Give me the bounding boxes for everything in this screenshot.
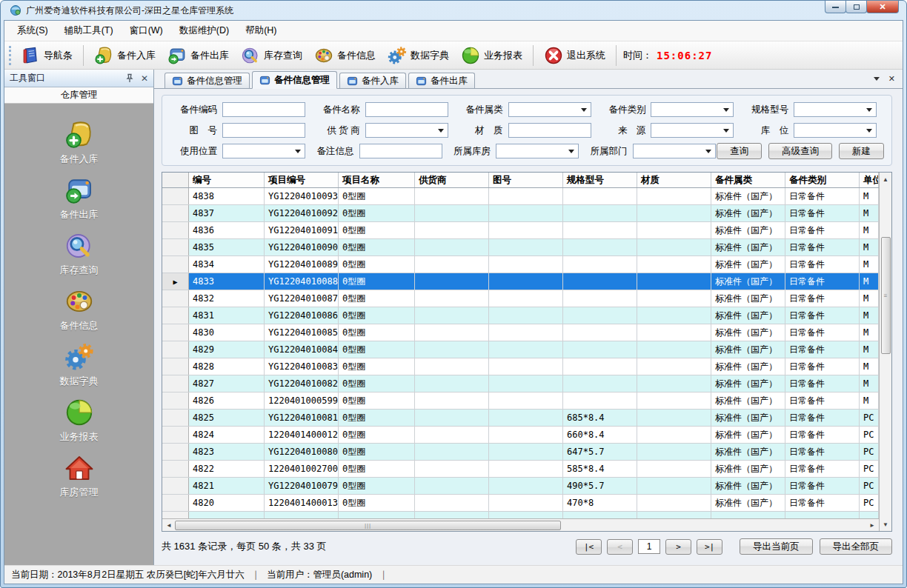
row-selector[interactable] (162, 222, 189, 238)
tab-2[interactable]: 备件入库 (339, 73, 406, 88)
row-selector[interactable] (162, 358, 189, 375)
next-page-button[interactable]: > (665, 539, 691, 555)
scroll-left-icon[interactable]: ◄ (163, 520, 175, 531)
sidebar-item-4[interactable]: 数据字典 (4, 342, 153, 388)
menu-item-4[interactable]: 帮助(H) (237, 21, 285, 40)
tab-0[interactable]: 备件信息管理 (165, 73, 250, 88)
row-selector[interactable] (162, 205, 189, 221)
sidebar-item-1[interactable]: 备件出库 (4, 176, 153, 221)
table-row[interactable]: 4823YG122040100800型圈647*5.7标准件（国产）日常备件PC (162, 444, 879, 461)
table-row[interactable]: 4836YG122040100910型圈标准件（国产）日常备件M (162, 222, 879, 239)
usage-position-select[interactable] (222, 144, 305, 158)
table-row[interactable]: 4835YG122040100900型圈标准件（国产）日常备件M (162, 239, 879, 256)
prev-page-button[interactable]: < (607, 539, 633, 555)
row-selector[interactable] (162, 478, 189, 494)
row-selector[interactable] (162, 307, 189, 324)
table-row[interactable]: 4821YG122040100790型圈490*5.7标准件（国产）日常备件PC (162, 478, 879, 495)
menu-item-1[interactable]: 辅助工具(T) (56, 21, 122, 40)
row-selector[interactable] (162, 290, 189, 307)
vertical-scroll-thumb[interactable]: ≡ (881, 237, 891, 354)
restore-button[interactable] (845, 1, 867, 13)
row-selector[interactable] (162, 375, 189, 392)
scroll-right-icon[interactable]: ► (866, 520, 878, 531)
row-selector[interactable] (162, 341, 189, 358)
menu-item-0[interactable]: 系统(S) (9, 21, 56, 40)
table-row[interactable]: 4827YG122040100820型圈标准件（国产）日常备件M (162, 375, 879, 392)
table-row[interactable]: 482412204014000120型圈660*8.4标准件（国产）日常备件PC (162, 427, 879, 444)
table-row[interactable]: 482612204010005990型圈标准件（国产）日常备件M (162, 392, 879, 410)
first-page-button[interactable]: |< (576, 539, 602, 555)
export-current-page-button[interactable]: 导出当前页 (740, 538, 813, 555)
row-selector[interactable]: ▶ (162, 273, 189, 290)
toolbar-button-1[interactable]: 备件入库 (89, 44, 161, 67)
remark-input[interactable] (359, 144, 442, 158)
spec-model-select[interactable] (794, 102, 877, 117)
tab-close-icon[interactable]: ✕ (888, 74, 895, 84)
table-row[interactable]: 4832YG122040100870型圈标准件（国产）日常备件M (162, 290, 879, 307)
toolbar-button-6[interactable]: 业务报表 (456, 44, 528, 67)
drawing-no-input[interactable] (222, 123, 305, 138)
location-select[interactable] (794, 123, 877, 138)
column-header-spec[interactable]: 规格型号 (563, 173, 637, 187)
toolbar-button-2[interactable]: 备件出库 (162, 44, 234, 67)
column-header-project_name[interactable]: 项目名称 (339, 173, 415, 187)
column-header-unit[interactable]: 单位 (860, 173, 879, 187)
toolbar-button-4[interactable]: 备件信息 (309, 44, 381, 67)
source-select[interactable] (651, 123, 734, 138)
page-number-input[interactable] (638, 539, 660, 554)
table-row[interactable]: 4830YG122040100850型圈标准件（国产）日常备件M (162, 324, 879, 341)
table-row[interactable]: ▶4833YG122040100880型圈标准件（国产）日常备件M (162, 273, 879, 290)
row-selector[interactable] (162, 461, 189, 477)
table-row[interactable]: 4829YG122040100840型圈标准件（国产）日常备件M (162, 341, 879, 358)
part-type-select[interactable] (651, 102, 734, 117)
toolbar-grip[interactable] (9, 46, 12, 65)
sidebar-item-0[interactable]: 备件入库 (4, 120, 153, 166)
pin-icon[interactable] (124, 73, 135, 84)
supplier-select[interactable] (365, 123, 448, 138)
scroll-up-icon[interactable]: ▲ (880, 173, 891, 185)
toolbar-button-3[interactable]: 库存查询 (236, 44, 308, 67)
close-button[interactable]: ✕ (866, 1, 899, 13)
table-row[interactable]: 4828YG122040100830型圈标准件（国产）日常备件M (162, 358, 879, 375)
sidebar-group-header[interactable]: 仓库管理 (4, 87, 153, 104)
table-row[interactable]: 4838YG122040100930型圈标准件（国产）日常备件M (162, 188, 879, 205)
row-selector[interactable] (162, 188, 189, 204)
column-header-id[interactable]: 编号 (189, 173, 265, 187)
menu-item-2[interactable]: 窗口(W) (122, 21, 171, 40)
export-all-pages-button[interactable]: 导出全部页 (820, 538, 893, 555)
scroll-down-icon[interactable]: ▼ (880, 518, 891, 530)
tab-list-dropdown-icon[interactable] (874, 77, 880, 81)
toolbar-button-5[interactable]: 数据字典 (382, 44, 454, 67)
advanced-query-button[interactable]: 高级查询 (768, 143, 832, 159)
part-code-input[interactable] (222, 102, 305, 117)
table-row[interactable]: 4834YG122040100890型圈标准件（国产）日常备件M (162, 256, 879, 273)
sidebar-item-3[interactable]: 备件信息 (4, 287, 153, 333)
column-header-project_code[interactable]: 项目编号 (265, 173, 339, 187)
column-header-category[interactable]: 备件属类 (711, 173, 785, 187)
table-row[interactable]: 482012204014000130型圈470*8标准件（国产）日常备件PC (162, 495, 879, 512)
material-input[interactable] (508, 123, 591, 138)
column-header-supplier[interactable]: 供货商 (415, 173, 489, 187)
new-button[interactable]: 新建 (839, 143, 884, 159)
toolbar-button-7[interactable]: 退出系统 (539, 44, 611, 67)
toolbar-button-0[interactable]: 导航条 (16, 44, 78, 67)
column-header-material[interactable]: 材质 (637, 173, 711, 187)
sidebar-item-6[interactable]: 库房管理 (4, 453, 153, 499)
table-row[interactable]: 4825YG122040100810型圈685*8.4标准件（国产）日常备件PC (162, 410, 879, 427)
last-page-button[interactable]: >| (697, 539, 722, 555)
row-selector[interactable] (162, 324, 189, 341)
horizontal-scrollbar[interactable]: ◄ ||| ► (162, 518, 879, 531)
row-selector[interactable] (162, 495, 189, 511)
tab-3[interactable]: 备件出库 (408, 73, 475, 88)
column-header-type[interactable]: 备件类别 (785, 173, 860, 187)
table-row[interactable]: 482212204010027000型圈585*8.4标准件（国产）日常备件PC (162, 461, 879, 478)
department-select[interactable] (633, 144, 716, 158)
table-row[interactable]: 4837YG122040100920型圈标准件（国产）日常备件M (162, 205, 879, 222)
tool-window-close-icon[interactable]: ✕ (141, 74, 148, 83)
horizontal-scroll-thumb[interactable]: ||| (175, 521, 561, 530)
row-selector[interactable] (162, 444, 189, 460)
query-button[interactable]: 查询 (717, 143, 762, 159)
sidebar-item-2[interactable]: 库存查询 (4, 231, 153, 277)
row-selector[interactable] (162, 392, 189, 409)
part-category-select[interactable] (508, 102, 591, 117)
